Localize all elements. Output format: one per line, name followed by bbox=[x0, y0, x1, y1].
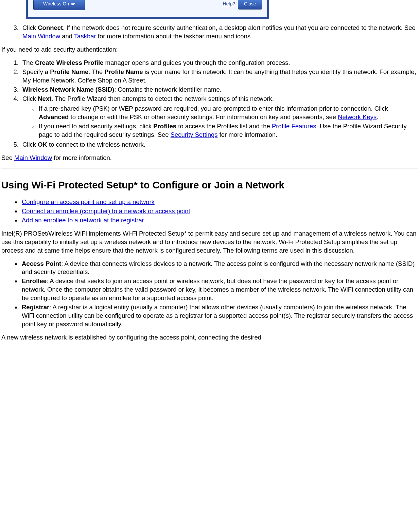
bold: Next bbox=[38, 95, 51, 102]
text: : A device that seeks to join an access … bbox=[22, 277, 413, 301]
bold: Profiles bbox=[153, 123, 176, 130]
bold: Wireless Network Name (SSID) bbox=[22, 86, 114, 93]
list-item: Add an enrollee to a network at the regi… bbox=[21, 216, 418, 225]
text: to access the Profiles list and the bbox=[176, 123, 272, 130]
text: for more information about the taskbar m… bbox=[96, 33, 252, 40]
security-settings-link[interactable]: Security Settings bbox=[171, 131, 218, 138]
sec-step-4-sublist: If a pre-shared key (PSK) or WEP passwor… bbox=[22, 105, 418, 139]
wps-description-paragraph: Intel(R) PROSet/Wireless WiFi implements… bbox=[1, 230, 418, 255]
text: : Contains the network identifier name. bbox=[114, 86, 222, 93]
wireless-on-label: Wireless On bbox=[43, 1, 69, 6]
wireless-on-button[interactable]: Wireless On bbox=[33, 0, 85, 10]
add-enrollee-link[interactable]: Add an enrollee to a network at the regi… bbox=[22, 217, 144, 224]
term: Enrollee bbox=[22, 277, 47, 285]
text: If you need to add security settings, cl… bbox=[39, 123, 153, 130]
network-keys-link[interactable]: Network Keys bbox=[338, 113, 377, 121]
definitions-list: Access Point: A device that connects wir… bbox=[1, 260, 418, 329]
connect-enrollee-link[interactable]: Connect an enrollee (computer) to a netw… bbox=[22, 207, 190, 215]
text: Click bbox=[22, 141, 38, 148]
dialog-footer-image: Wireless On Help? Close bbox=[26, 0, 418, 19]
list-item: Connect an enrollee (computer) to a netw… bbox=[21, 207, 418, 216]
horizontal-rule bbox=[1, 168, 418, 168]
def-registrar: Registrar: A registrar is a logical enti… bbox=[21, 303, 418, 329]
text: Specify a bbox=[22, 68, 50, 75]
text: to connect to the wireless network. bbox=[47, 141, 145, 148]
sec-step-4: Click Next. The Profile Wizard then atte… bbox=[20, 95, 418, 139]
sec-step-2: Specify a Profile Name. The Profile Name… bbox=[20, 68, 418, 85]
term: Access Point bbox=[22, 260, 61, 267]
profile-features-link[interactable]: Profile Features bbox=[272, 123, 316, 130]
text: to change or edit the PSK or other secur… bbox=[69, 113, 338, 121]
bold: Profile Name bbox=[104, 68, 143, 75]
help-link[interactable]: Help? bbox=[223, 1, 235, 7]
security-steps-list: The Create Wireless Profile manager open… bbox=[1, 59, 418, 149]
bold: OK bbox=[38, 141, 47, 148]
wps-topic-list: Configure an access point and set up a n… bbox=[1, 198, 418, 225]
text: . The bbox=[88, 68, 104, 75]
text: . bbox=[377, 113, 378, 121]
main-window-link[interactable]: Main Window bbox=[22, 33, 60, 40]
bold: Profile Name bbox=[50, 68, 88, 75]
see-main-window-paragraph: See Main Window for more information. bbox=[1, 154, 418, 162]
bold: Create Wireless Profile bbox=[35, 59, 103, 66]
text: Click bbox=[22, 24, 38, 31]
text: for more information. bbox=[52, 154, 112, 161]
sec-step-1: The Create Wireless Profile manager open… bbox=[20, 59, 418, 67]
configure-ap-link[interactable]: Configure an access point and set up a n… bbox=[22, 198, 155, 205]
taskbar-link[interactable]: Taskbar bbox=[74, 33, 96, 40]
sec-step-5: Click OK to connect to the wireless netw… bbox=[20, 141, 418, 149]
text: The bbox=[22, 59, 35, 66]
closing-paragraph: A new wireless network is established by… bbox=[1, 333, 418, 342]
list-item: Configure an access point and set up a n… bbox=[21, 198, 418, 206]
text: If a pre-shared key (PSK) or WEP passwor… bbox=[39, 105, 388, 112]
text: See bbox=[1, 154, 14, 161]
main-window-link-2[interactable]: Main Window bbox=[14, 154, 52, 161]
term: Registrar bbox=[22, 304, 49, 311]
text: manager opens and guides you through the… bbox=[103, 59, 290, 66]
step-3-list: Click Connect. If the network does not r… bbox=[1, 24, 418, 41]
text: . If the network does not require securi… bbox=[63, 24, 416, 31]
bold: Advanced bbox=[39, 113, 69, 121]
def-access-point: Access Point: A device that connects wir… bbox=[21, 260, 418, 277]
close-button[interactable]: Close bbox=[238, 0, 262, 10]
sec-step-3: Wireless Network Name (SSID): Contains t… bbox=[20, 86, 418, 94]
close-label: Close bbox=[244, 1, 256, 6]
security-intro-paragraph: If you need to add security authenticati… bbox=[1, 45, 418, 54]
text: and bbox=[60, 33, 74, 40]
text: for more information. bbox=[218, 131, 278, 138]
step-3: Click Connect. If the network does not r… bbox=[20, 24, 418, 41]
connect-bold: Connect bbox=[38, 24, 63, 31]
text: : A registrar is a logical entity (usual… bbox=[22, 304, 413, 328]
def-enrollee: Enrollee: A device that seeks to join an… bbox=[21, 277, 418, 302]
text: : A device that connects wireless device… bbox=[22, 260, 415, 276]
text: Click bbox=[22, 95, 38, 102]
text: . The Profile Wizard then attempts to de… bbox=[51, 95, 274, 102]
sec-step-4-sub-1: If a pre-shared key (PSK) or WEP passwor… bbox=[37, 105, 418, 122]
wps-heading: Using Wi-Fi Protected Setup* to Configur… bbox=[1, 179, 418, 192]
sec-step-4-sub-2: If you need to add security settings, cl… bbox=[37, 122, 418, 139]
